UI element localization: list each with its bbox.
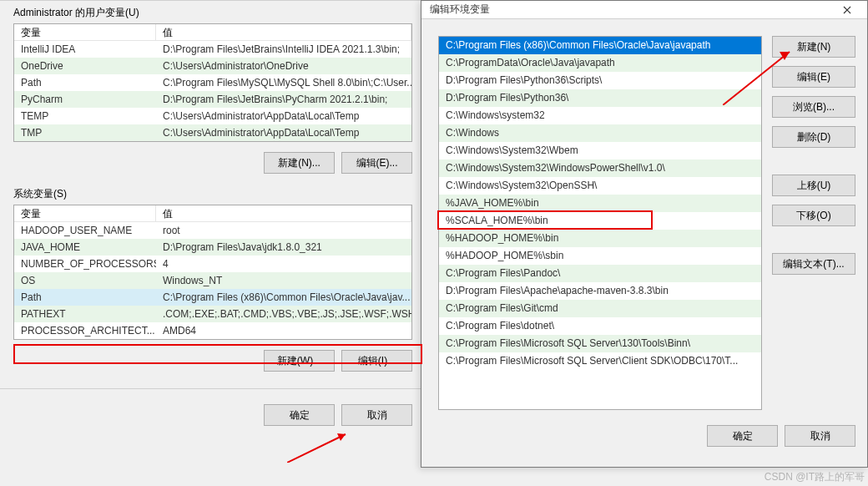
edit-button[interactable]: 编辑(E) (772, 66, 855, 88)
back-ok-button[interactable]: 确定 (264, 404, 335, 426)
list-item[interactable]: %HADOOP_HOME%\bin (439, 230, 761, 247)
list-item[interactable]: C:\Windows\system32 (439, 107, 761, 124)
list-item[interactable]: C:\Program Files\Microsoft SQL Server\13… (439, 335, 761, 352)
browse-button[interactable]: 浏览(B)... (772, 96, 855, 118)
list-item[interactable]: D:\Program Files\Apache\apache-maven-3.8… (439, 282, 761, 300)
list-item[interactable]: %SCALA_HOME%\bin (439, 212, 761, 230)
var-value: D:\Program Files\Java\jdk1.8.0_321 (156, 239, 411, 256)
table-row[interactable]: HADOOP_USER_NAMEroot (14, 222, 411, 239)
var-name: TEMP (14, 108, 156, 124)
var-value: Windows_NT (156, 272, 411, 289)
table-row[interactable]: TMPC:\Users\Administrator\AppData\Local\… (14, 124, 411, 141)
var-value: C:\Users\Administrator\AppData\Local\Tem… (156, 124, 411, 141)
table-row[interactable]: TEMPC:\Users\Administrator\AppData\Local… (14, 108, 411, 124)
list-item[interactable]: C:\Windows\System32\OpenSSH\ (439, 177, 761, 195)
user-new-button[interactable]: 新建(N)... (264, 152, 335, 174)
titlebar: 编辑环境变量 (421, 1, 867, 19)
var-name: Path (14, 74, 156, 91)
var-value: 4 (156, 256, 411, 272)
var-value: root (156, 222, 411, 239)
list-item[interactable]: C:\Windows (439, 124, 761, 142)
move-down-button[interactable]: 下移(O) (772, 205, 855, 226)
sys-vars-label: 系统变量(S) (0, 182, 426, 205)
move-up-button[interactable]: 上移(U) (772, 175, 855, 196)
user-vars-label: Administrator 的用户变量(U) (0, 1, 426, 23)
new-button[interactable]: 新建(N) (772, 36, 855, 58)
env-vars-dialog: Administrator 的用户变量(U) 变量 值 IntelliJ IDE… (0, 0, 426, 486)
user-vars-table[interactable]: 变量 值 IntelliJ IDEAD:\Program Files\JetBr… (13, 23, 412, 142)
table-row[interactable]: OSWindows_NT (14, 272, 411, 289)
watermark: CSDN @IT路上的军哥 (765, 470, 865, 484)
table-row[interactable]: PyCharmD:\Program Files\JetBrains\PyChar… (14, 91, 411, 108)
edit-env-var-dialog: 编辑环境变量 C:\Program Files (x86)\Common Fil… (421, 0, 868, 468)
sys-edit-button[interactable]: 编辑(I)... (341, 350, 412, 372)
list-item[interactable]: D:\Program Files\Python36\Scripts\ (439, 72, 761, 89)
list-item[interactable]: C:\Program Files\Pandoc\ (439, 265, 761, 282)
var-value: D:\Program Files\JetBrains\PyCharm 2021.… (156, 91, 411, 108)
back-cancel-button[interactable]: 取消 (341, 404, 412, 426)
list-item[interactable]: %HADOOP_HOME%\sbin (439, 247, 761, 265)
col-var: 变量 (14, 205, 156, 221)
var-value: C:\Users\Administrator\AppData\Local\Tem… (156, 108, 411, 124)
table-row[interactable]: PROCESSOR_ARCHITECT...AMD64 (14, 322, 411, 339)
table-row[interactable]: NUMBER_OF_PROCESSORS4 (14, 256, 411, 272)
list-item[interactable]: C:\Program Files\Git\cmd (439, 300, 761, 317)
table-row[interactable]: JAVA_HOMED:\Program Files\Java\jdk1.8.0_… (14, 239, 411, 256)
var-value: D:\Program Files\JetBrains\IntelliJ IDEA… (156, 41, 411, 58)
var-value: C:\Users\Administrator\OneDrive (156, 58, 411, 74)
var-name: OneDrive (14, 58, 156, 74)
list-item[interactable]: D:\Program Files\Python36\ (439, 89, 761, 107)
var-name: PATHEXT (14, 306, 156, 322)
list-item[interactable]: C:\Program Files (x86)\Common Files\Orac… (439, 37, 761, 54)
list-item[interactable]: C:\ProgramData\Oracle\Java\javapath (439, 54, 761, 72)
close-button[interactable] (832, 2, 862, 18)
table-row[interactable]: PATHEXT.COM;.EXE;.BAT;.CMD;.VBS;.VBE;.JS… (14, 306, 411, 322)
close-icon (843, 6, 851, 14)
path-list[interactable]: C:\Program Files (x86)\Common Files\Orac… (438, 36, 762, 410)
table-row[interactable]: OneDriveC:\Users\Administrator\OneDrive (14, 58, 411, 74)
edit-text-button[interactable]: 编辑文本(T)... (772, 253, 855, 275)
user-edit-button[interactable]: 编辑(E)... (341, 152, 412, 174)
list-item[interactable]: C:\Windows\System32\WindowsPowerShell\v1… (439, 159, 761, 177)
var-name: Path (14, 289, 156, 306)
table-row[interactable]: PathC:\Program Files\MySQL\MySQL Shell 8… (14, 74, 411, 91)
delete-button[interactable]: 删除(D) (772, 126, 855, 148)
var-value: C:\Program Files\MySQL\MySQL Shell 8.0\b… (156, 74, 411, 91)
var-name: HADOOP_USER_NAME (14, 222, 156, 239)
front-cancel-button[interactable]: 取消 (785, 425, 855, 447)
sys-new-button[interactable]: 新建(W)... (264, 350, 335, 372)
var-value: .COM;.EXE;.BAT;.CMD;.VBS;.VBE;.JS;.JSE;.… (156, 306, 411, 322)
var-name: IntelliJ IDEA (14, 41, 156, 58)
sys-vars-table[interactable]: 变量 值 HADOOP_USER_NAMErootJAVA_HOMED:\Pro… (13, 205, 412, 340)
side-buttons: 新建(N) 编辑(E) 浏览(B)... 删除(D) 上移(U) 下移(O) 编… (772, 36, 855, 410)
list-item[interactable]: C:\Windows\System32\Wbem (439, 142, 761, 159)
var-name: OS (14, 272, 156, 289)
table-row[interactable]: IntelliJ IDEAD:\Program Files\JetBrains\… (14, 41, 411, 58)
var-name: JAVA_HOME (14, 239, 156, 256)
col-val: 值 (156, 24, 411, 40)
col-var: 变量 (14, 24, 156, 40)
var-name: NUMBER_OF_PROCESSORS (14, 256, 156, 272)
table-row[interactable]: PathC:\Program Files (x86)\Common Files\… (14, 289, 411, 306)
col-val: 值 (156, 205, 411, 221)
var-value: AMD64 (156, 322, 411, 339)
var-value: C:\Program Files (x86)\Common Files\Orac… (156, 289, 411, 306)
list-item[interactable]: C:\Program Files\dotnet\ (439, 317, 761, 335)
list-item[interactable]: C:\Program Files\Microsoft SQL Server\Cl… (439, 352, 761, 370)
var-name: PROCESSOR_ARCHITECT... (14, 322, 156, 339)
list-item[interactable]: %JAVA_HOME%\bin (439, 195, 761, 212)
front-ok-button[interactable]: 确定 (707, 425, 778, 447)
var-name: PyCharm (14, 91, 156, 108)
var-name: TMP (14, 124, 156, 141)
dialog-title: 编辑环境变量 (430, 3, 490, 17)
